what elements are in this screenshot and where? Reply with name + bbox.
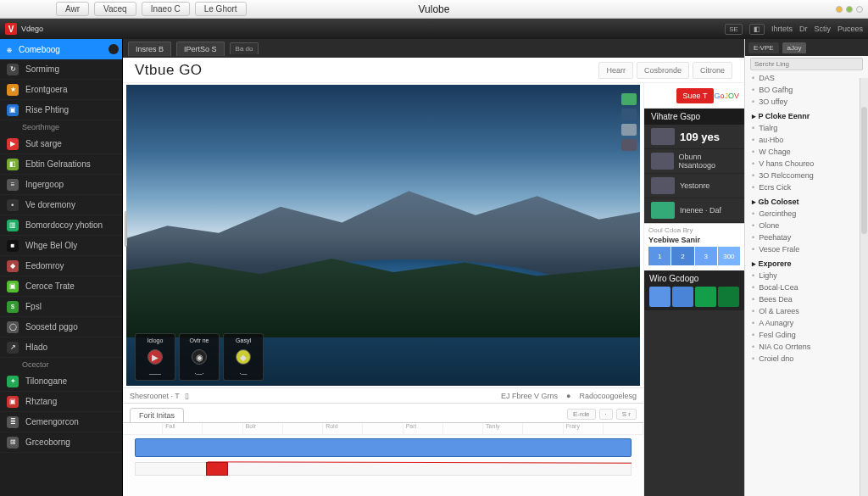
toolbar-pill-1[interactable]: SE [725,24,743,35]
sidebar-item-2[interactable]: ▣Rise Phting [0,100,122,120]
sidebar-label: Eedomroy [25,261,64,270]
tab-3[interactable]: Ba do [230,42,259,54]
preview-thumb-3[interactable] [621,139,637,151]
toolbar-pill-2[interactable]: ◧ [749,24,765,35]
preview-card-1[interactable]: Ovtr ne◉·—· [179,333,220,381]
sidebar-sub[interactable]: Ocector [0,358,122,371]
inspector-item[interactable]: •V hans Choureo [745,158,868,170]
scrollbar-thumb[interactable] [861,107,867,234]
sidebar-item-0[interactable]: ↻Sormimg [0,59,122,80]
tl-btn-3[interactable]: S r [616,409,637,420]
swatch-0[interactable] [649,287,670,307]
sidebar-item-17[interactable]: ⊞Grceoborng [0,432,122,453]
inspector-item[interactable]: •Croiel dno [745,353,868,365]
sidebar-item-11[interactable]: $Fpsl [0,297,122,317]
stat-row-2[interactable]: Yestonre [644,174,744,198]
preview-thumb-0[interactable] [621,93,637,105]
sidebar-item-5[interactable]: ≡Ingergoop [0,175,122,195]
app-brand[interactable]: V Vdego [5,23,43,35]
sidebar-item-14[interactable]: ✦Tilonogane [0,371,122,392]
inspector-item[interactable]: •Olone [745,220,868,231]
sidebar-item-16[interactable]: ≣Cemengorcon [0,412,122,432]
sidebar-item-primary[interactable]: ⎈ Comeboog [0,39,122,59]
sidebar-item-15[interactable]: ▣Rhztang [0,392,122,412]
splitter-handle[interactable] [125,211,127,247]
inspector-item[interactable]: •BO Gafhg [745,84,868,96]
sidebar-item-3[interactable]: ▶Sut sarge [0,134,122,154]
tab-1[interactable]: Insres B [128,42,171,56]
timeline-tracks[interactable]: FallBolrRoldParlTanlyFrary [123,422,643,496]
inspector-tab-2[interactable]: aJoy [782,42,807,53]
inspector-item[interactable]: •Fesl Gding [745,329,868,341]
toolbar-link-3[interactable]: Sctiy [814,25,831,33]
inspector-item[interactable]: •Lighy [745,270,868,281]
sidebar-item-6[interactable]: ▪Ve doremony [0,195,122,215]
toolbar-link-1[interactable]: Ihrtets [771,25,793,33]
param-cell-2[interactable]: 3 [695,247,717,265]
scrollbar[interactable] [860,78,868,496]
inspector-item[interactable]: •Gercintheg [745,208,868,220]
inspector-item[interactable]: •Ecrs Cick [745,181,868,193]
param-cell-3[interactable]: 300 [718,247,740,265]
nav-btn-1[interactable]: Hearr [598,62,633,79]
inspector-item[interactable]: •W Chage [745,146,868,158]
preview-card-0[interactable]: Iclogo▶—— [135,333,175,381]
menu-item-4[interactable]: Le Ghort [195,2,247,16]
inspector-item[interactable]: •Tialrg [745,122,868,134]
sidebar-item-4[interactable]: ◧Ebtin Gelraations [0,154,122,175]
toolbar-link-4[interactable]: Pucees [837,25,863,33]
param-cell-0[interactable]: 1 [648,247,670,265]
sidebar-item-10[interactable]: ▣Ceroce Trate [0,276,122,297]
timeline-clip-video[interactable] [135,438,632,457]
inspector-item[interactable]: •Bees Dea [745,293,868,305]
inspector-item[interactable]: •DAS [745,72,868,84]
swatch-row [649,287,739,307]
toolbar-link-2[interactable]: Dr [799,25,808,33]
inspector-item[interactable]: •Peehatay [745,231,868,243]
menu-item-3[interactable]: Inaeo C [142,2,190,16]
sidebar-item-8[interactable]: ■Whge Bel Oly [0,236,122,256]
swatch-1[interactable] [672,287,693,307]
inspector-item[interactable]: •3O uffey [745,96,868,108]
inspector-tabs: E·VPE aJoy [745,39,868,56]
stat-row-1[interactable]: Obunn Nsantoogo [644,149,744,174]
inspector-tab-1[interactable]: E·VPE [748,42,779,53]
sidebar-item-1[interactable]: ★Erontgoera [0,80,122,100]
tab-2[interactable]: IPertSo S [176,42,225,56]
menu-item-1[interactable]: Awr [56,2,89,16]
inspector-item[interactable]: •A Aunagry [745,317,868,329]
accent-button[interactable]: Suee T [676,88,715,103]
param-cell-1[interactable]: 2 [671,247,693,265]
inspector-item[interactable]: •Ol & Larees [745,305,868,317]
tl-btn-2[interactable]: · [599,409,613,420]
stat-row-3[interactable]: Inenee · Daf [644,198,744,223]
sidebar-sub[interactable]: Seorthmge [0,120,122,134]
timeline-clip-marker[interactable] [206,462,228,476]
bullet-icon: • [752,354,754,363]
sidebar-item-7[interactable]: ▥Bomordocoy yhotion [0,215,122,236]
tl-btn-1[interactable]: E-rde [567,409,596,420]
inspector-item[interactable]: •3O Relccomeng [745,170,868,181]
inspector-item[interactable]: •au·Hbo [745,134,868,146]
window-controls[interactable] [836,6,863,13]
menu-item-2[interactable]: Vaceq [94,2,136,16]
preview-card-2[interactable]: Gasyl◆·— [223,333,264,381]
inspector-search[interactable]: Serchr Ling [750,58,863,70]
sidebar-icon: ⊞ [7,437,19,449]
nav-btn-2[interactable]: Cosbronde [637,62,689,79]
bullet-icon: • [752,307,754,315]
ruler-tick [604,423,643,434]
timeline-tab-active[interactable]: Forit Initas [130,408,184,422]
nav-btn-3[interactable]: Citrone [693,62,732,79]
inspector-item[interactable]: •Vesoe Frale [745,243,868,255]
swatch-3[interactable] [718,287,739,307]
sidebar-item-13[interactable]: ↗Hlado [0,337,122,358]
preview-thumb-2[interactable] [621,124,637,136]
swatch-2[interactable] [695,287,716,307]
inspector-item[interactable]: •NIA Co Orrtens [745,341,868,353]
sidebar-item-9[interactable]: ◆Eedomroy [0,256,122,276]
preview-thumb-1[interactable] [621,109,637,120]
inspector-item[interactable]: •Bocal·LCea [745,281,868,293]
video-preview[interactable]: Iclogo▶——Ovtr ne◉·—·Gasyl◆·— [126,85,640,386]
sidebar-item-12[interactable]: ◯Soosetd pggo [0,317,122,337]
